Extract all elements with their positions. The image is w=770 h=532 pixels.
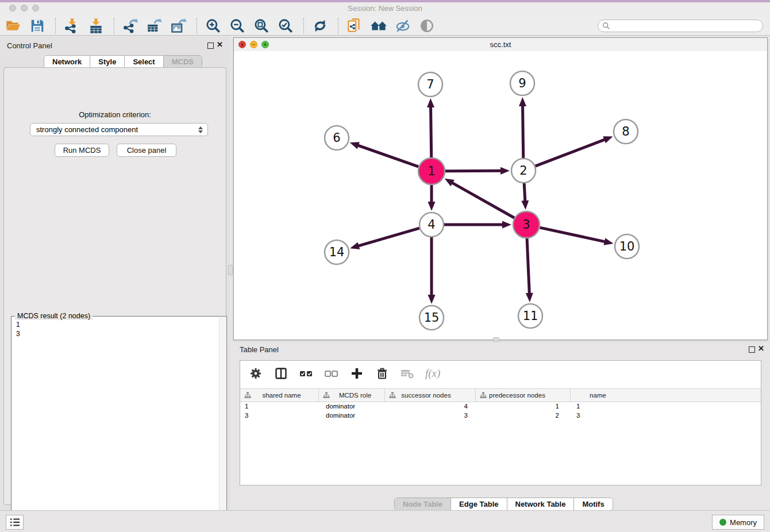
first-neighbors-icon[interactable]: [370, 17, 387, 34]
table-row[interactable]: 1 dominator 4 1 1: [240, 402, 761, 411]
tab-edge-table[interactable]: Edge Table: [451, 498, 507, 510]
tab-network-table[interactable]: Network Table: [507, 498, 575, 510]
column-label: name: [590, 392, 606, 399]
cell-successor-nodes: 3: [385, 411, 476, 421]
app-title: Session: New Session: [0, 4, 770, 13]
function-builder-icon[interactable]: f(x): [425, 367, 440, 380]
zoom-out-icon[interactable]: [229, 17, 246, 34]
refresh-icon[interactable]: [311, 17, 329, 34]
cell-predecessor-nodes: 1: [476, 402, 571, 411]
titlebar-accent-strip: [0, 0, 770, 2]
graph-edge-1-7[interactable]: [430, 106, 431, 157]
search-icon: [602, 22, 610, 30]
clone-network-icon[interactable]: [346, 17, 363, 34]
tab-motifs[interactable]: Motifs: [574, 498, 612, 510]
splitter-handle-icon[interactable]: [228, 265, 233, 275]
graph-edge-1-6[interactable]: [357, 145, 418, 167]
create-column-icon[interactable]: [348, 365, 365, 382]
export-image-icon[interactable]: [170, 17, 187, 34]
toolbar-separator: [197, 18, 198, 34]
export-table-icon[interactable]: [146, 17, 163, 34]
close-panel-icon[interactable]: ✕: [217, 40, 223, 49]
table-settings-gear-icon[interactable]: [247, 365, 264, 382]
deselect-all-columns-icon[interactable]: [323, 365, 340, 382]
network-window-titlebar[interactable]: x − + scc.txt: [234, 38, 767, 52]
task-history-button[interactable]: [6, 515, 24, 530]
criterion-select[interactable]: strongly connected component: [30, 123, 208, 136]
graph-edge-2-9[interactable]: [522, 105, 523, 158]
show-columns-icon[interactable]: [272, 365, 290, 382]
run-mcds-button[interactable]: Run MCDS: [55, 144, 109, 157]
column-header-name[interactable]: name: [571, 389, 619, 402]
table-panel: Table Panel ✕: [233, 342, 768, 510]
graph-edge-3-1[interactable]: [451, 182, 514, 218]
column-header-successor-nodes[interactable]: successor nodes: [385, 389, 476, 402]
zoom-fit-icon[interactable]: [253, 17, 270, 34]
delete-column-icon[interactable]: [374, 365, 391, 382]
graph-edge-arrowhead: [603, 136, 613, 143]
list-icon: [9, 517, 21, 527]
graph-edge-arrowhead: [428, 202, 436, 211]
graph-edge-4-14[interactable]: [357, 228, 419, 246]
result-scrollbar[interactable]: [219, 317, 226, 532]
zoom-selected-icon[interactable]: [277, 17, 294, 34]
tab-style[interactable]: Style: [90, 56, 125, 68]
delete-table-icon-disabled[interactable]: [399, 365, 416, 382]
tab-network[interactable]: Network: [44, 56, 90, 68]
tab-node-table[interactable]: Node Table: [395, 498, 451, 510]
splitter-handle-icon[interactable]: [493, 337, 499, 342]
select-all-columns-icon[interactable]: [298, 365, 315, 382]
graph-edge-3-10[interactable]: [540, 228, 606, 242]
table-panel-tabs: Node Table Edge Table Network Table Moti…: [394, 498, 613, 511]
graph-edge-arrowhead: [502, 221, 511, 229]
tab-select[interactable]: Select: [125, 56, 163, 68]
graph-node-label: 11: [523, 309, 538, 323]
close-panel-button[interactable]: Close panel: [117, 144, 176, 157]
memory-status-icon: [719, 519, 726, 526]
export-network-icon[interactable]: [122, 17, 139, 34]
memory-label: Memory: [730, 518, 757, 527]
import-table-icon[interactable]: [87, 17, 105, 34]
column-header-shared-name[interactable]: shared name: [240, 389, 319, 402]
network-graph[interactable]: 7968124314101511: [234, 51, 767, 340]
open-folder-icon[interactable]: [5, 17, 22, 34]
hide-selected-icon[interactable]: [394, 17, 411, 34]
graph-node-label: 14: [329, 245, 345, 259]
column-label: shared name: [262, 392, 301, 399]
save-icon[interactable]: [29, 17, 46, 34]
criterion-value: strongly connected component: [36, 125, 138, 134]
toolbar-separator: [114, 18, 115, 34]
column-label: predecessor nodes: [489, 392, 545, 399]
table-row[interactable]: 3 dominator 3 2 3: [240, 411, 761, 421]
zoom-in-icon[interactable]: [205, 17, 222, 34]
show-hidden-icon[interactable]: [418, 17, 436, 34]
status-bar: Memory: [0, 510, 770, 532]
column-header-mcds-role[interactable]: MCDS role: [319, 389, 385, 402]
tab-mcds[interactable]: MCDS: [164, 56, 202, 68]
graph-edge-2-3[interactable]: [524, 183, 525, 202]
control-panel-title: Control Panel: [7, 41, 52, 50]
memory-button[interactable]: Memory: [712, 515, 764, 530]
graph-node-label: 4: [428, 218, 435, 232]
import-network-icon[interactable]: [63, 17, 80, 34]
hierarchy-icon: [244, 392, 251, 399]
close-panel-icon[interactable]: ✕: [758, 344, 764, 353]
network-canvas[interactable]: 7968124314101511: [234, 51, 767, 340]
graph-edge-1-2[interactable]: [445, 171, 502, 171]
graph-edge-arrowhead: [519, 97, 526, 106]
graph-edge-arrowhead: [350, 142, 360, 149]
graph-edge-arrowhead: [500, 167, 510, 175]
cell-predecessor-nodes: 2: [476, 411, 571, 421]
graph-edge-2-8[interactable]: [536, 139, 606, 166]
search-field[interactable]: [598, 20, 763, 32]
float-panel-icon[interactable]: [207, 43, 214, 49]
search-input[interactable]: [613, 21, 763, 30]
optimization-criterion-label: Optimization criterion:: [4, 110, 226, 119]
column-header-predecessor-nodes[interactable]: predecessor nodes: [476, 389, 571, 402]
network-window-title: scc.txt: [234, 40, 767, 49]
graph-edge-3-11[interactable]: [527, 238, 529, 295]
float-panel-icon[interactable]: [749, 346, 755, 353]
cell-shared-name: 3: [240, 411, 319, 421]
graph-node-label: 6: [333, 131, 340, 145]
application-window: Session: New Session: [0, 0, 770, 532]
